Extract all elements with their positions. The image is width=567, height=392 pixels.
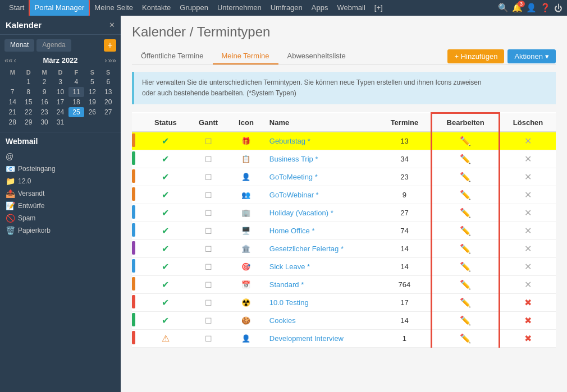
- nav-meine-seite[interactable]: Meine Seite: [90, 0, 138, 16]
- close-icon[interactable]: ✕: [109, 21, 115, 29]
- row-name[interactable]: Holiday (Vacation) *: [264, 204, 378, 222]
- row-name-link[interactable]: Home Office *: [269, 227, 315, 235]
- row-name[interactable]: Cookies: [264, 312, 378, 330]
- nav-webmail[interactable]: Webmail: [332, 0, 369, 16]
- row-name-link[interactable]: Holiday (Vacation) *: [269, 209, 333, 217]
- cal-day[interactable]: 6: [100, 77, 116, 87]
- nav-plus[interactable]: [+]: [370, 0, 387, 16]
- help-icon[interactable]: ❓: [540, 3, 551, 13]
- edit-button[interactable]: ✏️: [460, 315, 471, 326]
- cal-day[interactable]: 28: [4, 117, 20, 127]
- nav-umfragen[interactable]: Umfragen: [266, 0, 307, 16]
- delete-button[interactable]: ✕: [524, 172, 532, 182]
- row-edit[interactable]: ✏️: [432, 186, 500, 204]
- row-edit[interactable]: ✏️: [432, 240, 500, 258]
- cal-prev-button[interactable]: ‹: [13, 56, 16, 64]
- cal-day[interactable]: 15: [20, 97, 36, 107]
- webmail-posteingang[interactable]: 📧 Posteingang: [6, 163, 115, 175]
- row-name[interactable]: GoToMeeting *: [264, 168, 378, 186]
- row-name[interactable]: Development Interview: [264, 330, 378, 348]
- cal-day[interactable]: [100, 117, 116, 127]
- cal-day[interactable]: 12: [84, 87, 100, 97]
- edit-button[interactable]: ✏️: [460, 243, 471, 254]
- edit-button[interactable]: ✏️: [460, 225, 471, 236]
- delete-button[interactable]: ✖: [524, 333, 532, 344]
- row-name-link[interactable]: Development Interview: [269, 334, 344, 343]
- cal-prev-prev-button[interactable]: ««: [4, 56, 12, 64]
- cal-tab-monat[interactable]: Monat: [4, 39, 34, 52]
- row-edit[interactable]: ✏️: [432, 150, 500, 168]
- tab-abwesenheitsliste[interactable]: Abwesenheitsliste: [278, 48, 355, 64]
- cal-day[interactable]: 27: [100, 107, 116, 117]
- row-edit[interactable]: ✏️: [432, 276, 500, 294]
- user-icon[interactable]: 👤: [526, 3, 537, 13]
- tab-oeffentliche-termine[interactable]: Öffentliche Termine: [132, 48, 213, 64]
- cal-day[interactable]: 3: [52, 77, 68, 87]
- edit-button[interactable]: ✏️: [460, 172, 471, 182]
- nav-kontakte[interactable]: Kontakte: [138, 0, 175, 16]
- cal-day[interactable]: 8: [20, 87, 36, 97]
- cal-day[interactable]: 14: [4, 97, 20, 107]
- cal-day[interactable]: 24: [52, 107, 68, 117]
- webmail-spam[interactable]: 🚫 Spam: [6, 212, 115, 224]
- row-name[interactable]: Business Trip *: [264, 150, 378, 168]
- cal-day[interactable]: 9: [36, 87, 52, 97]
- tab-meine-termine[interactable]: Meine Termine: [213, 48, 278, 64]
- cal-day[interactable]: 20: [100, 97, 116, 107]
- row-name-link[interactable]: GoToWebinar *: [269, 191, 319, 199]
- row-delete[interactable]: ✕: [500, 276, 556, 294]
- cal-tab-agenda[interactable]: Agenda: [36, 39, 71, 52]
- cal-day[interactable]: 26: [84, 107, 100, 117]
- row-delete[interactable]: ✖: [500, 330, 556, 348]
- row-name[interactable]: Gesetzlicher Feiertag *: [264, 240, 378, 258]
- cal-day[interactable]: 21: [4, 107, 20, 117]
- cal-day[interactable]: 23: [36, 107, 52, 117]
- delete-button[interactable]: ✕: [524, 225, 532, 236]
- webmail-entwuerfe[interactable]: 📝 Entwürfe: [6, 200, 115, 212]
- row-name-link[interactable]: Gesetzlicher Feiertag *: [269, 245, 344, 253]
- delete-button[interactable]: ✖: [524, 315, 532, 326]
- row-edit[interactable]: ✏️: [432, 330, 500, 348]
- edit-button[interactable]: ✏️: [460, 136, 471, 146]
- row-delete[interactable]: ✕: [500, 204, 556, 222]
- row-delete[interactable]: ✖: [500, 294, 556, 312]
- cal-day[interactable]: 29: [20, 117, 36, 127]
- cal-day[interactable]: 1: [20, 77, 36, 87]
- cal-next-next-button[interactable]: »»: [108, 56, 116, 64]
- row-edit[interactable]: ✏️: [432, 222, 500, 240]
- delete-button[interactable]: ✕: [524, 136, 532, 146]
- row-name-link[interactable]: Cookies: [269, 316, 296, 325]
- cal-day-today[interactable]: 25: [68, 107, 84, 117]
- row-delete[interactable]: ✕: [500, 186, 556, 204]
- row-delete[interactable]: ✕: [500, 132, 556, 150]
- nav-unternehmen[interactable]: Unternehmen: [213, 0, 266, 16]
- cal-day[interactable]: 18: [68, 97, 84, 107]
- row-delete[interactable]: ✕: [500, 150, 556, 168]
- row-name-link[interactable]: GoToMeeting *: [269, 173, 318, 181]
- row-delete[interactable]: ✕: [500, 240, 556, 258]
- row-name-link[interactable]: Sick Leave *: [269, 262, 310, 271]
- row-name-link[interactable]: 10.0 Testing: [269, 298, 309, 307]
- edit-button[interactable]: ✏️: [460, 297, 471, 308]
- edit-button[interactable]: ✏️: [460, 261, 471, 272]
- row-name-link[interactable]: Standard *: [269, 280, 304, 289]
- nav-portal-manager[interactable]: Portal Manager: [29, 0, 90, 17]
- cal-day[interactable]: 13: [100, 87, 116, 97]
- cal-day[interactable]: 10: [52, 87, 68, 97]
- row-edit[interactable]: ✏️: [432, 258, 500, 276]
- aktionen-button[interactable]: Aktionen ▾: [507, 49, 556, 63]
- cal-day[interactable]: 16: [36, 97, 52, 107]
- row-edit[interactable]: ✏️: [432, 294, 500, 312]
- delete-button[interactable]: ✕: [524, 154, 532, 164]
- row-edit[interactable]: ✏️: [432, 204, 500, 222]
- edit-button[interactable]: ✏️: [460, 333, 471, 344]
- row-name[interactable]: GoToWebinar *: [264, 186, 378, 204]
- cal-next-button[interactable]: ›: [104, 56, 107, 64]
- cal-day[interactable]: 30: [36, 117, 52, 127]
- row-delete[interactable]: ✕: [500, 222, 556, 240]
- row-name[interactable]: Geburtstag *: [264, 132, 378, 150]
- nav-start[interactable]: Start: [4, 0, 29, 16]
- edit-button[interactable]: ✏️: [460, 190, 471, 200]
- cal-add-button[interactable]: +: [104, 39, 116, 52]
- row-edit[interactable]: ✏️: [432, 168, 500, 186]
